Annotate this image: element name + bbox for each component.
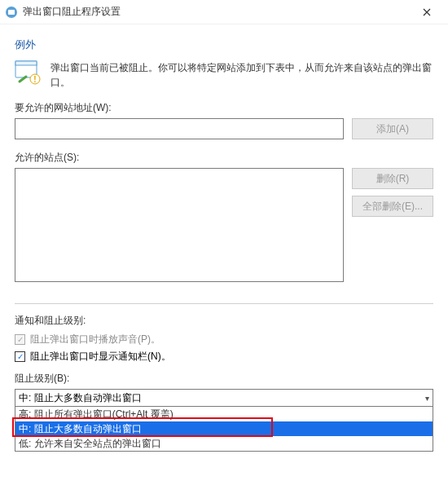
remove-button[interactable]: 删除(R) <box>352 168 433 189</box>
exceptions-info-text: 弹出窗口当前已被阻止。你可以将特定网站添加到下表中，从而允许来自该站点的弹出窗口… <box>51 59 433 90</box>
popup-blocked-icon: ! <box>15 59 42 86</box>
svg-rect-3 <box>15 61 37 65</box>
exceptions-info: ! 弹出窗口当前已被阻止。你可以将特定网站添加到下表中，从而允许来自该站点的弹出… <box>15 59 433 90</box>
notifications-header: 通知和阻止级别: <box>15 314 433 328</box>
exceptions-header: 例外 <box>15 37 433 52</box>
window-title: 弹出窗口阻止程序设置 <box>23 5 411 19</box>
address-input[interactable] <box>15 118 344 139</box>
option-low[interactable]: 低: 允许来自安全站点的弹出窗口 <box>15 436 433 451</box>
select-current-value: 中: 阻止大多数自动弹出窗口 <box>19 391 142 405</box>
window-icon <box>5 6 18 19</box>
add-button[interactable]: 添加(A) <box>352 118 433 139</box>
option-medium[interactable]: 中: 阻止大多数自动弹出窗口 <box>15 421 433 436</box>
info-bar-label: 阻止弹出窗口时显示通知栏(N)。 <box>30 350 171 364</box>
allowed-sites-label: 允许的站点(S): <box>15 151 433 165</box>
titlebar: 弹出窗口阻止程序设置 <box>0 0 448 24</box>
play-sound-checkbox-row: ✓ 阻止弹出窗口时播放声音(P)。 <box>15 333 433 346</box>
content-area: 例外 ! 弹出窗口当前已被阻止。你可以将特定网站添加到下表中，从而允许来自该站点… <box>0 24 448 407</box>
address-label: 要允许的网站地址(W): <box>15 101 433 115</box>
blocking-level-select[interactable]: 中: 阻止大多数自动弹出窗口 ▾ 高: 阻止所有弹出窗口(Ctrl+Alt 覆盖… <box>15 389 433 407</box>
checkbox-play-sound: ✓ <box>15 334 25 345</box>
svg-text:!: ! <box>33 75 36 84</box>
blocking-level-dropdown: 高: 阻止所有弹出窗口(Ctrl+Alt 覆盖) 中: 阻止大多数自动弹出窗口 … <box>15 407 433 452</box>
close-button[interactable] <box>411 0 443 24</box>
option-high[interactable]: 高: 阻止所有弹出窗口(Ctrl+Alt 覆盖) <box>15 407 433 421</box>
checkbox-info-bar[interactable]: ✓ <box>15 351 25 362</box>
blocking-level-label: 阻止级别(B): <box>15 372 433 386</box>
info-bar-checkbox-row[interactable]: ✓ 阻止弹出窗口时显示通知栏(N)。 <box>15 350 433 364</box>
divider <box>15 303 433 304</box>
allowed-sites-list[interactable] <box>15 168 344 282</box>
chevron-down-icon: ▾ <box>425 394 429 403</box>
select-display[interactable]: 中: 阻止大多数自动弹出窗口 ▾ <box>15 389 433 407</box>
svg-rect-1 <box>8 10 15 15</box>
play-sound-label: 阻止弹出窗口时播放声音(P)。 <box>30 333 160 346</box>
remove-all-button[interactable]: 全部删除(E)... <box>352 196 433 217</box>
